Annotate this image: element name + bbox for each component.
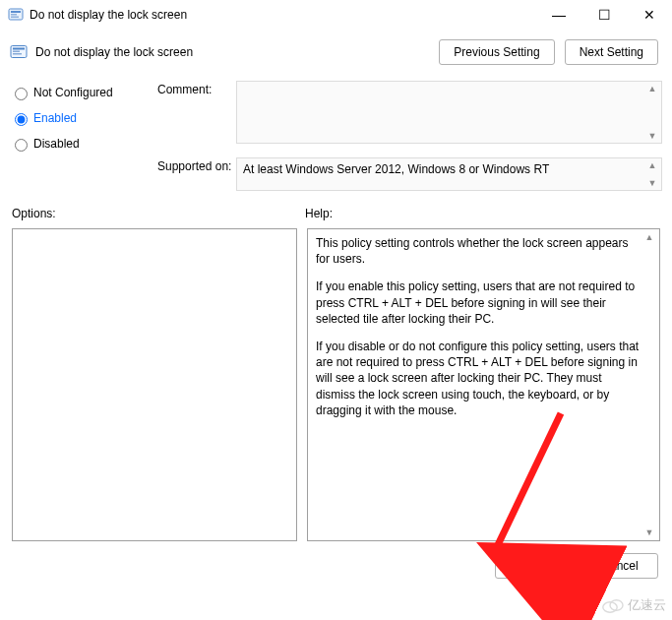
- svg-rect-5: [13, 48, 25, 50]
- svg-rect-2: [11, 14, 17, 16]
- policy-title: Do not display the lock screen: [35, 45, 193, 59]
- svg-rect-6: [13, 51, 20, 53]
- panels: This policy setting controls whether the…: [0, 224, 672, 541]
- policy-icon: [10, 43, 28, 61]
- radio-not-configured[interactable]: Not Configured: [10, 85, 157, 100]
- policy-app-icon: [8, 7, 24, 23]
- options-heading: Options:: [12, 207, 305, 220]
- radio-enabled-input[interactable]: [15, 113, 28, 126]
- supported-value: At least Windows Server 2012, Windows 8 …: [243, 162, 549, 176]
- scroll-up-icon[interactable]: ▲: [645, 84, 659, 93]
- scroll-down-icon[interactable]: ▼: [645, 178, 659, 188]
- radio-not-configured-input[interactable]: [15, 88, 28, 100]
- window-title: Do not display the lock screen: [30, 8, 187, 22]
- radio-disabled[interactable]: Disabled: [10, 136, 157, 152]
- radio-enabled-label: Enabled: [33, 111, 77, 125]
- titlebar: Do not display the lock screen — ☐ ✕: [0, 0, 672, 30]
- svg-rect-7: [13, 53, 22, 55]
- scroll-down-icon[interactable]: ▼: [642, 527, 656, 538]
- comment-row: Comment: ▲ ▼: [157, 81, 662, 144]
- comment-label: Comment:: [157, 81, 236, 96]
- radio-disabled-input[interactable]: [15, 139, 28, 152]
- policy-header: Do not display the lock screen Previous …: [0, 30, 672, 69]
- radio-not-configured-label: Not Configured: [33, 86, 113, 99]
- options-panel[interactable]: [12, 228, 297, 541]
- window-controls: — ☐ ✕: [536, 0, 672, 30]
- setting-form: Not Configured Enabled Disabled Comment:…: [0, 69, 672, 195]
- ok-button[interactable]: OK: [495, 553, 572, 579]
- scroll-down-icon[interactable]: ▼: [645, 131, 659, 141]
- watermark-text: 亿速云: [628, 596, 666, 614]
- section-labels: Options: Help:: [0, 195, 672, 224]
- svg-rect-3: [11, 17, 19, 19]
- state-radio-group: Not Configured Enabled Disabled: [10, 81, 157, 191]
- watermark: 亿速云: [602, 596, 666, 614]
- radio-disabled-label: Disabled: [33, 137, 80, 151]
- previous-setting-button[interactable]: Previous Setting: [439, 39, 554, 65]
- help-panel[interactable]: This policy setting controls whether the…: [307, 228, 660, 541]
- scroll-up-icon[interactable]: ▲: [642, 231, 656, 243]
- help-heading: Help:: [305, 207, 333, 220]
- supported-label: Supported on:: [157, 157, 236, 173]
- svg-rect-1: [11, 11, 21, 13]
- supported-field: At least Windows Server 2012, Windows 8 …: [236, 157, 662, 191]
- cancel-button[interactable]: Cancel: [581, 553, 658, 579]
- help-paragraph: If you disable or do not configure this …: [316, 339, 640, 418]
- close-button[interactable]: ✕: [627, 0, 672, 30]
- next-setting-button[interactable]: Next Setting: [565, 39, 658, 65]
- scroll-up-icon[interactable]: ▲: [645, 160, 659, 170]
- form-fields: Comment: ▲ ▼ Supported on: At least Wind…: [157, 81, 662, 191]
- comment-textarea[interactable]: ▲ ▼: [236, 81, 662, 144]
- maximize-button[interactable]: ☐: [581, 0, 627, 30]
- help-paragraph: This policy setting controls whether the…: [316, 235, 640, 267]
- minimize-button[interactable]: —: [536, 0, 581, 30]
- help-paragraph: If you enable this policy setting, users…: [316, 279, 640, 327]
- setting-nav: Previous Setting Next Setting: [439, 39, 658, 65]
- dialog-footer: OK Cancel: [0, 541, 672, 587]
- radio-enabled[interactable]: Enabled: [10, 110, 157, 126]
- supported-row: Supported on: At least Windows Server 20…: [157, 157, 662, 191]
